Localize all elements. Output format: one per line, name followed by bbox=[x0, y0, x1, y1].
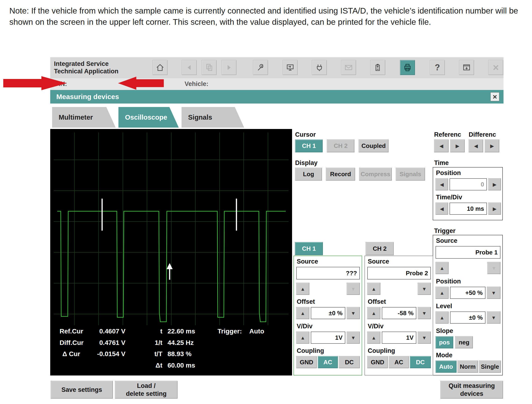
time-position-field: 0 bbox=[450, 178, 487, 190]
ch2-offset-up-button[interactable]: ▲ bbox=[367, 307, 380, 319]
trigger-position-field: +50 % bbox=[450, 287, 486, 299]
ch1-coupling-label: Coupling bbox=[297, 347, 324, 354]
ch1-source-up-button[interactable]: ▲ bbox=[296, 283, 309, 295]
printer-icon bbox=[403, 63, 412, 72]
app-title-line2: Technical Application bbox=[54, 68, 119, 75]
display-switch-button[interactable] bbox=[283, 60, 298, 75]
ch1-dc-label: DC bbox=[345, 359, 354, 366]
time-value: 44.25 Hz bbox=[168, 339, 194, 347]
difference-next-button[interactable]: ▶ bbox=[485, 139, 499, 152]
trigger-slope-neg-button[interactable]: neg bbox=[455, 336, 473, 348]
close-app-button: × bbox=[488, 60, 503, 75]
tab-signals[interactable]: Signals bbox=[182, 107, 244, 128]
help-icon: ? bbox=[435, 63, 440, 72]
down-arrow-icon: ▼ bbox=[491, 315, 496, 320]
time-div-label: Time/Div bbox=[436, 194, 462, 201]
ch1-offset-down-button[interactable]: ▼ bbox=[347, 307, 360, 319]
trigger-source-field[interactable]: Probe 1 bbox=[436, 246, 500, 259]
ch1-source-field[interactable]: ??? bbox=[296, 267, 360, 279]
reading-value: 0.4761 V bbox=[76, 339, 126, 347]
ch1-coupling-dc-button[interactable]: DC bbox=[339, 356, 360, 368]
time-position-increase-button[interactable]: ▶ bbox=[488, 178, 501, 190]
time-div-increase-button[interactable]: ▶ bbox=[488, 202, 501, 215]
trigger-marker-icon bbox=[167, 263, 173, 280]
down-arrow-icon: ▼ bbox=[422, 311, 427, 316]
trigger-position-value: +50 % bbox=[465, 289, 483, 297]
trigger-slope-pos-button[interactable]: pos bbox=[436, 336, 453, 348]
ch1-coupling-ac-button[interactable]: AC bbox=[318, 356, 338, 368]
left-arrow-icon: ◀ bbox=[440, 182, 444, 187]
reference-prev-button[interactable]: ◀ bbox=[434, 139, 449, 152]
minimize-window-button[interactable] bbox=[459, 60, 474, 75]
load-delete-setting-label: Load / delete setting bbox=[126, 382, 167, 398]
trigger-position-down-button[interactable]: ▼ bbox=[487, 287, 500, 299]
ch1-offset-up-button[interactable]: ▲ bbox=[296, 307, 309, 319]
reference-next-button[interactable]: ▶ bbox=[450, 139, 465, 152]
ch1-source-down-button: ▼ bbox=[347, 283, 360, 295]
ch1-source-value: ??? bbox=[346, 270, 357, 277]
channel-2-tab[interactable]: CH 2 bbox=[366, 242, 394, 255]
ch2-coupling-gnd-button[interactable]: GND bbox=[367, 356, 388, 368]
quit-measuring-devices-label: Quit measuring devices bbox=[449, 382, 495, 398]
tab-multimeter[interactable]: Multimeter bbox=[52, 107, 116, 128]
close-icon: × bbox=[493, 93, 497, 101]
down-arrow-icon: ▼ bbox=[491, 290, 496, 295]
ch2-coupling-ac-button[interactable]: AC bbox=[389, 356, 409, 368]
ch2-source-up-button[interactable]: ▲ bbox=[367, 283, 380, 295]
load-delete-setting-button[interactable]: Load / delete setting bbox=[115, 381, 177, 399]
difference-prev-button[interactable]: ◀ bbox=[469, 139, 483, 152]
display-log-button[interactable]: Log bbox=[295, 168, 322, 181]
trigger-source-down-button: ▼ bbox=[487, 262, 500, 274]
ch1-vdiv-down-button[interactable]: ▼ bbox=[347, 332, 360, 344]
ch2-offset-down-button[interactable]: ▼ bbox=[418, 307, 431, 319]
save-settings-label: Save settings bbox=[61, 386, 102, 394]
connector-button[interactable] bbox=[312, 60, 327, 75]
trigger-level-field: ±0 % bbox=[450, 311, 486, 324]
time-label: t bbox=[142, 328, 162, 335]
ch2-vdiv-down-button[interactable]: ▼ bbox=[418, 332, 431, 344]
home-icon bbox=[155, 63, 165, 72]
back-button bbox=[182, 60, 197, 75]
print-button[interactable] bbox=[400, 60, 415, 75]
ch1-coupling-gnd-button[interactable]: GND bbox=[296, 356, 317, 368]
ch2-source-down-button[interactable]: ▼ bbox=[418, 283, 431, 295]
home-button[interactable] bbox=[152, 60, 168, 75]
workshop-wrench-button[interactable] bbox=[253, 60, 268, 75]
trigger-level-down-button[interactable]: ▼ bbox=[487, 311, 500, 324]
tab-signals-label: Signals bbox=[188, 114, 212, 121]
battery-button[interactable] bbox=[370, 60, 385, 75]
time-value: 22.60 ms bbox=[168, 328, 195, 335]
trigger-mode-auto-button[interactable]: Auto bbox=[436, 360, 456, 373]
scope-canvas bbox=[50, 129, 292, 375]
cursor-ch1-label: CH 1 bbox=[302, 142, 316, 150]
ch2-coupling-label: Coupling bbox=[368, 347, 395, 354]
help-button[interactable]: ? bbox=[430, 60, 445, 75]
cursor-ch1-button[interactable]: CH 1 bbox=[295, 139, 323, 152]
up-arrow-icon: ▲ bbox=[300, 286, 305, 291]
tab-oscilloscope-label: Oscilloscope bbox=[125, 114, 167, 121]
measuring-close-button[interactable]: × bbox=[490, 92, 499, 101]
ch1-vdiv-value: 1V bbox=[335, 334, 342, 341]
cursor-coupled-label: Coupled bbox=[361, 142, 386, 150]
ch2-vdiv-up-button[interactable]: ▲ bbox=[367, 332, 380, 344]
ch2-coupling-dc-button[interactable]: DC bbox=[410, 356, 431, 368]
display-record-button[interactable]: Record bbox=[326, 168, 355, 181]
tab-oscilloscope[interactable]: Oscilloscope bbox=[119, 107, 179, 128]
trigger-source-up-button[interactable]: ▲ bbox=[436, 262, 449, 274]
quit-measuring-devices-button[interactable]: Quit measuring devices bbox=[440, 381, 503, 399]
cursor-coupled-button[interactable]: Coupled bbox=[359, 139, 389, 152]
cursor-ch2-button[interactable]: CH 2 bbox=[327, 139, 355, 152]
trigger-mode-norm-button[interactable]: Norm bbox=[457, 360, 478, 373]
time-position-decrease-button[interactable]: ◀ bbox=[436, 178, 448, 190]
channel-1-tab[interactable]: CH 1 bbox=[295, 242, 323, 255]
difference-label: Differenc bbox=[469, 131, 496, 138]
ch2-source-field[interactable]: Probe 2 bbox=[367, 267, 431, 279]
save-settings-button[interactable]: Save settings bbox=[51, 381, 113, 399]
tab-multimeter-label: Multimeter bbox=[59, 114, 93, 121]
ch1-vdiv-up-button[interactable]: ▲ bbox=[296, 332, 309, 344]
trigger-source-label: Source bbox=[436, 237, 457, 244]
trigger-level-up-button[interactable]: ▲ bbox=[436, 311, 449, 324]
trigger-mode-single-button[interactable]: Single bbox=[479, 360, 501, 373]
trigger-position-up-button[interactable]: ▲ bbox=[436, 287, 449, 299]
time-div-decrease-button[interactable]: ◀ bbox=[436, 202, 448, 215]
